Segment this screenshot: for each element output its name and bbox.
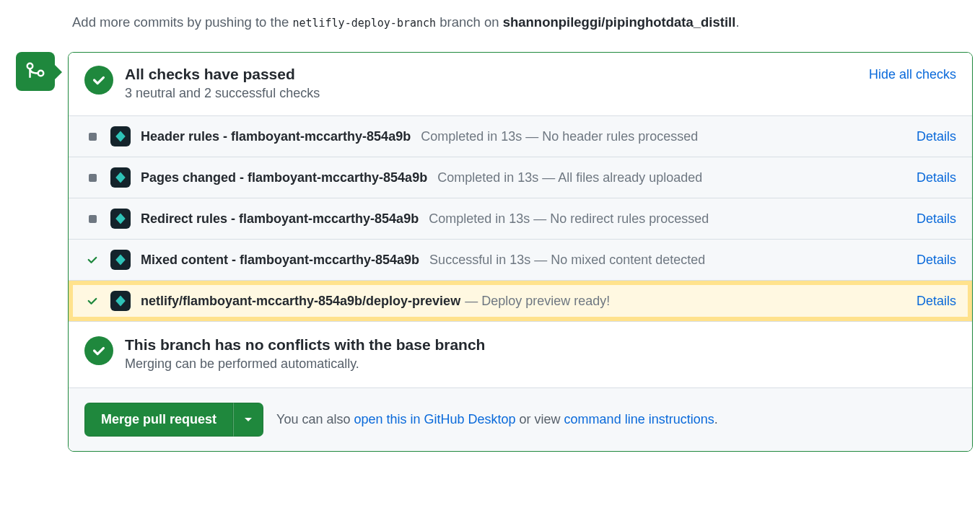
checks-header: All checks have passed 3 neutral and 2 s…: [69, 53, 972, 115]
check-text: netlify/flamboyant-mccarthy-854a9b/deplo…: [141, 294, 906, 309]
no-conflicts-icon: [84, 336, 113, 365]
check-details-link[interactable]: Details: [916, 211, 956, 227]
checks-list: Header rules - flamboyant-mccarthy-854a9…: [69, 115, 972, 321]
check-name: netlify/flamboyant-mccarthy-854a9b/deplo…: [141, 294, 460, 309]
check-details-link[interactable]: Details: [916, 170, 956, 185]
hide-checks-link[interactable]: Hide all checks: [869, 67, 956, 82]
check-name: Header rules - flamboyant-mccarthy-854a9…: [141, 129, 411, 144]
check-details-link[interactable]: Details: [916, 253, 956, 268]
merge-button-group: Merge pull request: [84, 403, 263, 437]
conflicts-subtitle: Merging can be performed automatically.: [125, 356, 956, 372]
check-text: Redirect rules - flamboyant-mccarthy-854…: [141, 211, 906, 227]
checks-subtitle: 3 neutral and 2 successful checks: [125, 86, 857, 101]
check-row: netlify/flamboyant-mccarthy-854a9b/deplo…: [69, 280, 972, 321]
check-description: Completed in 13s — No header rules proce…: [421, 129, 698, 144]
check-text: Pages changed - flamboyant-mccarthy-854a…: [141, 170, 906, 185]
check-description: Successful in 13s — No mixed content det…: [429, 253, 705, 268]
check-text: Mixed content - flamboyant-mccarthy-854a…: [141, 253, 906, 268]
check-name: Mixed content - flamboyant-mccarthy-854a…: [141, 253, 419, 268]
hint-prefix: Add more commits by pushing to the: [72, 14, 292, 30]
netlify-app-icon: [110, 291, 131, 311]
check-description: Completed in 13s — All files already upl…: [437, 170, 702, 185]
merge-status-badge: [16, 52, 55, 91]
svg-point-0: [27, 64, 33, 69]
git-merge-icon: [25, 61, 46, 82]
merge-section: Merge pull request You can also open thi…: [69, 387, 972, 451]
check-row: Mixed content - flamboyant-mccarthy-854a…: [69, 239, 972, 280]
netlify-app-icon: [110, 126, 131, 146]
status-success-icon: [84, 253, 100, 266]
merge-pull-request-button[interactable]: Merge pull request: [84, 403, 233, 437]
repo-name: shannonpileggi/pipinghotdata_distill: [503, 14, 736, 30]
checks-title: All checks have passed: [125, 66, 857, 83]
netlify-app-icon: [110, 250, 131, 270]
push-hint: Add more commits by pushing to the netli…: [72, 14, 973, 30]
conflicts-section: This branch has no conflicts with the ba…: [69, 321, 972, 387]
status-success-icon: [84, 294, 100, 307]
chevron-down-icon: [244, 417, 253, 423]
check-text: Header rules - flamboyant-mccarthy-854a9…: [141, 129, 906, 144]
merge-options-dropdown[interactable]: [233, 403, 263, 437]
svg-point-1: [38, 71, 44, 76]
check-details-link[interactable]: Details: [916, 294, 956, 309]
status-neutral-icon: [84, 174, 100, 182]
command-line-link[interactable]: command line instructions: [564, 412, 714, 426]
conflicts-title: This branch has no conflicts with the ba…: [125, 336, 956, 354]
checks-passed-icon: [84, 66, 113, 95]
merge-aside-text: You can also open this in GitHub Desktop…: [276, 412, 718, 427]
status-neutral-icon: [84, 215, 100, 223]
check-name: Redirect rules - flamboyant-mccarthy-854…: [141, 211, 419, 227]
netlify-app-icon: [110, 209, 131, 229]
netlify-app-icon: [110, 167, 131, 188]
check-row: Redirect rules - flamboyant-mccarthy-854…: [69, 198, 972, 239]
merge-panel: All checks have passed 3 neutral and 2 s…: [68, 52, 973, 452]
hint-suffix: .: [735, 14, 739, 30]
check-description: — Deploy preview ready!: [465, 294, 610, 309]
check-description: Completed in 13s — No redirect rules pro…: [429, 211, 709, 227]
check-row: Pages changed - flamboyant-mccarthy-854a…: [69, 157, 972, 198]
branch-code: netlifly-deploy-branch: [292, 17, 436, 30]
status-neutral-icon: [84, 133, 100, 141]
check-row: Header rules - flamboyant-mccarthy-854a9…: [69, 116, 972, 157]
check-details-link[interactable]: Details: [916, 129, 956, 144]
open-github-desktop-link[interactable]: open this in GitHub Desktop: [354, 412, 515, 426]
hint-middle: branch on: [436, 14, 503, 30]
check-name: Pages changed - flamboyant-mccarthy-854a…: [141, 170, 427, 185]
